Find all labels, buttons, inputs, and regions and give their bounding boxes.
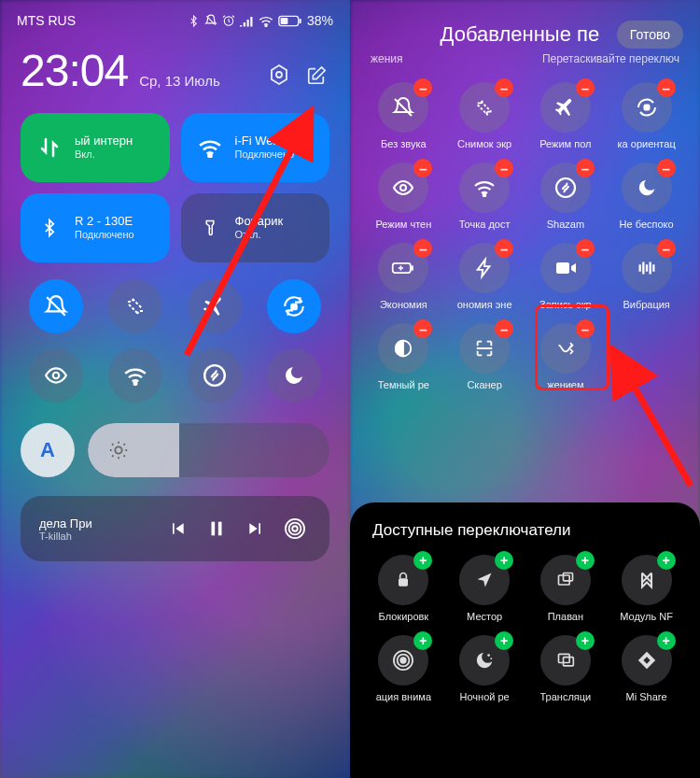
vibration-icon: –: [622, 243, 672, 293]
brightness-slider[interactable]: [88, 423, 329, 477]
media-output-icon[interactable]: [279, 513, 311, 545]
toggle-label: Блокировк: [379, 611, 429, 622]
power-saving-icon: –: [459, 243, 510, 293]
available-toggle[interactable]: + Модуль NF: [609, 555, 683, 622]
svg-point-19: [400, 185, 406, 191]
add-badge-icon[interactable]: +: [576, 551, 595, 570]
added-toggle[interactable]: – Сканер: [448, 323, 522, 390]
added-toggle[interactable]: – Экономия: [367, 243, 441, 310]
sub-left: жения: [371, 52, 403, 65]
flashlight-title: Фонарик: [235, 214, 284, 229]
qs-mute[interactable]: [29, 279, 83, 333]
bluetooth-tile[interactable]: R 2 - 130E Подключено: [21, 193, 170, 262]
remove-badge-icon[interactable]: –: [495, 319, 513, 338]
add-badge-icon[interactable]: +: [657, 551, 676, 570]
added-toggle[interactable]: – Режим чтен: [367, 163, 441, 230]
bt-sub: Подключено: [75, 229, 134, 242]
remove-badge-icon[interactable]: –: [576, 78, 595, 97]
add-badge-icon[interactable]: +: [495, 551, 513, 570]
remove-badge-icon[interactable]: –: [413, 239, 432, 258]
added-toggle[interactable]: – Shazam: [529, 163, 603, 230]
wifi-tile[interactable]: i-Fi Wel Подключено: [181, 113, 330, 182]
alarm-status-icon: [222, 14, 235, 27]
remove-badge-icon[interactable]: –: [495, 239, 513, 258]
edit-tiles-icon[interactable]: [303, 63, 329, 89]
toggle-label: Трансляци: [540, 691, 592, 702]
available-toggle[interactable]: + Трансляци: [529, 635, 603, 702]
battery-icon: [278, 15, 302, 27]
qs-screenshot[interactable]: [108, 279, 162, 333]
flashlight-tile[interactable]: Фонарик Откл.: [181, 193, 330, 262]
toggle-label: Местор: [467, 611, 502, 622]
qs-reading-mode[interactable]: [29, 348, 83, 403]
add-badge-icon[interactable]: +: [413, 631, 432, 650]
added-toggle[interactable]: – ка ориентац: [609, 82, 683, 149]
qs-dnd[interactable]: [267, 348, 321, 403]
added-toggle[interactable]: – Вибрация: [609, 243, 683, 310]
add-badge-icon[interactable]: +: [657, 631, 676, 650]
remove-badge-icon[interactable]: –: [495, 159, 513, 177]
settings-hex-icon[interactable]: [266, 62, 292, 88]
added-toggle[interactable]: – Не беспоко: [609, 163, 683, 230]
available-toggle[interactable]: + ация внима: [367, 635, 441, 702]
remove-badge-icon[interactable]: –: [576, 319, 595, 338]
done-button[interactable]: Готово: [617, 21, 683, 49]
available-toggle[interactable]: + Ночной ре: [448, 635, 522, 702]
toggle-label: Плаван: [548, 611, 583, 622]
svg-rect-18: [644, 106, 649, 110]
svg-point-10: [204, 365, 225, 386]
toggle-label: Режим пол: [539, 138, 591, 149]
available-toggle[interactable]: + Блокировк: [367, 555, 441, 622]
remove-badge-icon[interactable]: –: [495, 78, 513, 97]
remove-badge-icon[interactable]: –: [576, 159, 595, 177]
add-badge-icon[interactable]: +: [495, 631, 513, 650]
remove-badge-icon[interactable]: –: [657, 78, 676, 97]
media-next-icon[interactable]: [240, 513, 272, 545]
available-toggle[interactable]: + Mi Share: [609, 635, 683, 702]
qs-airplane[interactable]: [188, 279, 242, 333]
added-toggles-grid: – Без звука – Снимок экр – Режим пол – к…: [350, 75, 700, 400]
reading-mode-icon: –: [378, 163, 428, 213]
auto-brightness-toggle[interactable]: A: [21, 423, 75, 477]
add-badge-icon[interactable]: +: [413, 551, 432, 570]
edit-header: Добавленные пе Готово: [350, 0, 700, 52]
mobile-data-tile[interactable]: ый интерн Вкл.: [21, 113, 170, 182]
mobile-data-icon: [35, 134, 63, 162]
toggle-label: Не беспоко: [620, 219, 674, 230]
added-toggle[interactable]: – Запись экр: [529, 243, 603, 310]
scanner-icon: –: [459, 323, 510, 374]
added-toggle[interactable]: – ономия эне: [448, 243, 522, 310]
svg-rect-28: [563, 573, 572, 581]
remove-badge-icon[interactable]: –: [657, 239, 676, 258]
available-toggle[interactable]: + Плаван: [529, 555, 603, 622]
added-toggle[interactable]: – Режим пол: [529, 82, 603, 149]
added-toggle[interactable]: – Темный ре: [367, 323, 441, 390]
bottom-row: A: [0, 412, 350, 477]
toggle-label: Mi Share: [626, 691, 667, 702]
added-toggle[interactable]: – Без звука: [367, 82, 441, 149]
remove-badge-icon[interactable]: –: [657, 159, 676, 177]
remove-badge-icon[interactable]: –: [576, 239, 595, 258]
bt-title: R 2 - 130E: [75, 214, 134, 229]
remove-badge-icon[interactable]: –: [413, 78, 432, 97]
media-prev-icon[interactable]: [161, 513, 193, 545]
qs-shazam[interactable]: [188, 348, 242, 403]
toggle-label: ация внима: [376, 691, 431, 702]
wifi-sub: Подключено: [235, 149, 295, 162]
toggle-label: Точка дост: [459, 219, 511, 230]
qs-hotspot[interactable]: [108, 348, 162, 403]
added-toggle[interactable]: – Точка дост: [448, 163, 522, 230]
media-pause-icon[interactable]: [201, 513, 232, 545]
added-toggle[interactable]: – жением: [529, 323, 603, 390]
add-badge-icon[interactable]: +: [576, 631, 595, 650]
available-toggle[interactable]: + Местор: [448, 555, 522, 622]
media-card[interactable]: дела При T-killah: [21, 496, 329, 561]
toggle-label: Сканер: [467, 379, 501, 390]
remove-badge-icon[interactable]: –: [413, 159, 432, 177]
remove-badge-icon[interactable]: –: [413, 319, 432, 338]
quick-settings-grid: [0, 262, 350, 412]
added-toggle[interactable]: – Снимок экр: [448, 82, 522, 149]
svg-point-11: [115, 446, 121, 453]
auto-letter: A: [40, 438, 55, 462]
qs-rotation-lock[interactable]: [267, 279, 321, 333]
